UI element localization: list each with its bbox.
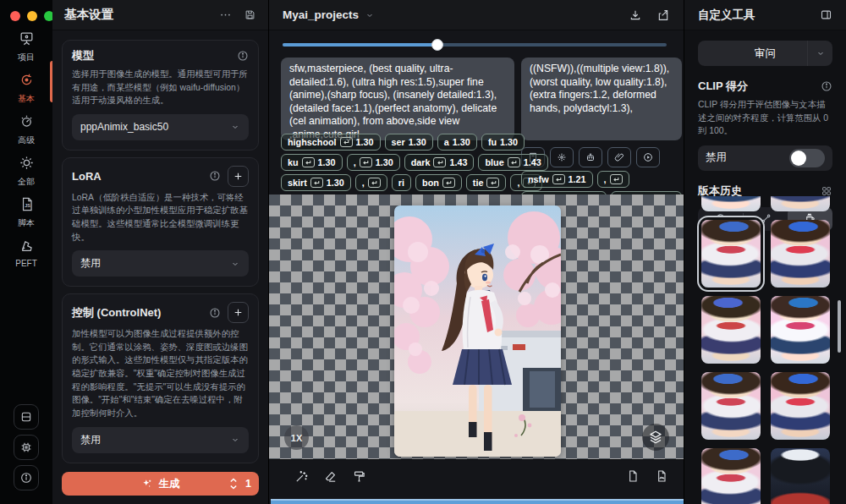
- history-thumbnail[interactable]: [771, 220, 830, 288]
- negative-prompt-input[interactable]: ((NSFW)),((multiple view:1.8)),(worst qu…: [521, 58, 682, 140]
- rail-item-scripts[interactable]: JS 脚本: [0, 193, 52, 234]
- layers-icon: [648, 430, 663, 445]
- sparkle-gear-button[interactable]: [550, 147, 574, 167]
- history-thumbnail[interactable]: [771, 196, 830, 211]
- image-canvas[interactable]: 1X: [269, 194, 684, 459]
- prompt-tag[interactable]: fu1.30: [481, 134, 525, 151]
- chevron-down-icon: [230, 259, 240, 269]
- storage-icon: [19, 410, 33, 424]
- rail-item-basic[interactable]: 基本: [0, 68, 52, 110]
- share-icon[interactable]: [656, 8, 670, 22]
- clip-toggle-row: 禁用: [698, 145, 832, 171]
- custom-tools-panel: 自定义工具 审问 CLIP 得分 CLIP 得分用于评估图像与文本描述之间的对齐…: [684, 0, 846, 504]
- prompt-tag[interactable]: highschool1.30: [281, 134, 381, 151]
- prompt-tag[interactable]: ri: [392, 174, 411, 191]
- prompt-tag[interactable]: ,: [355, 174, 387, 191]
- projector-icon: [0, 30, 52, 47]
- slider-knob[interactable]: [431, 39, 443, 51]
- add-controlnet-button[interactable]: [228, 302, 249, 323]
- rail-item-advanced[interactable]: 高级: [0, 110, 52, 151]
- zoom-level-badge[interactable]: 1X: [284, 425, 309, 450]
- prompt-tag[interactable]: nsfw1.21: [521, 171, 593, 188]
- save-icon[interactable]: [244, 8, 256, 21]
- prompt-tag[interactable]: ,: [597, 171, 629, 188]
- generated-image[interactable]: [394, 205, 561, 457]
- model-title: 模型: [72, 48, 94, 63]
- history-thumbnail[interactable]: [701, 448, 761, 504]
- lora-select[interactable]: 禁用: [72, 250, 249, 277]
- batch-stepper[interactable]: 1: [229, 472, 251, 496]
- boot-icon: [0, 237, 52, 254]
- prompt-tag[interactable]: multiple1.98: [521, 191, 607, 194]
- model-select-value: pppAnimix_basic50: [80, 121, 168, 133]
- lora-select-value: 禁用: [80, 256, 101, 271]
- eraser-icon[interactable]: [323, 469, 338, 484]
- history-thumbnail[interactable]: [701, 296, 761, 364]
- prompt-tag[interactable]: blue1.43: [478, 154, 547, 171]
- version-history-list[interactable]: [684, 196, 846, 504]
- js-file-icon: JS: [0, 195, 52, 212]
- chevron-down-icon[interactable]: [807, 41, 832, 66]
- info-icon[interactable]: [209, 170, 221, 182]
- prompt-tag[interactable]: ser1.30: [385, 134, 433, 151]
- prompt-tag[interactable]: ku1.30: [281, 154, 343, 171]
- more-options-icon[interactable]: [219, 8, 232, 21]
- scrollbar[interactable]: [838, 300, 841, 353]
- info-icon[interactable]: [821, 80, 832, 92]
- rail-item-projects[interactable]: 项目: [0, 27, 52, 68]
- generate-button[interactable]: 生成 1: [62, 472, 259, 496]
- close-window-button[interactable]: [10, 11, 20, 21]
- download-icon[interactable]: [629, 8, 642, 22]
- chevron-down-icon[interactable]: [365, 10, 375, 20]
- target-icon: [0, 71, 52, 88]
- paint-roller-icon[interactable]: [352, 469, 366, 484]
- rail-item-all[interactable]: 全部: [0, 151, 52, 193]
- document-icon[interactable]: [626, 469, 640, 483]
- rail-item-peft[interactable]: PEFT: [0, 234, 52, 276]
- prompt-tag[interactable]: tie: [466, 174, 507, 191]
- strength-slider[interactable]: [283, 39, 670, 51]
- enter-key-icon: [368, 178, 381, 188]
- history-thumbnail[interactable]: [771, 372, 830, 440]
- settings-panel: 基本设置 模型 选择用于图像生成的模型。通用模型可用于所有用途，而某些模型（例如…: [52, 0, 269, 504]
- magic-wand-icon[interactable]: [294, 469, 309, 484]
- history-thumbnail[interactable]: [701, 196, 761, 211]
- prompt-tag[interactable]: ,1.30: [347, 154, 400, 171]
- prompt-tag[interactable]: bon: [415, 174, 462, 191]
- model-select[interactable]: pppAnimix_basic50: [72, 114, 249, 140]
- prompt-tag[interactable]: skirt1.30: [281, 174, 351, 191]
- enter-key-icon: [340, 137, 353, 147]
- app-window: 项目 基本 高级 全部 JS 脚本 PEFT: [0, 0, 846, 504]
- prompt-tag[interactable]: view1.98: [611, 191, 681, 194]
- interrogate-button[interactable]: 审问: [698, 41, 832, 66]
- slider-fill: [283, 43, 437, 47]
- chip-button[interactable]: [14, 435, 39, 460]
- history-thumbnail[interactable]: [771, 448, 830, 504]
- minimize-window-button[interactable]: [27, 11, 37, 21]
- clip-toggle[interactable]: [789, 149, 825, 167]
- prompt-tag[interactable]: a1.30: [437, 134, 477, 151]
- history-thumbnail[interactable]: [771, 296, 830, 364]
- history-thumbnail[interactable]: [701, 372, 761, 440]
- panel-layout-icon[interactable]: [820, 8, 832, 21]
- history-thumbnail-selected[interactable]: [701, 220, 761, 288]
- info-icon[interactable]: [237, 50, 249, 62]
- dial-icon: [0, 112, 52, 129]
- bot-icon: [585, 151, 596, 163]
- storage-button[interactable]: [14, 404, 39, 430]
- image-document-icon[interactable]: [655, 469, 668, 483]
- play-circle-icon: [642, 151, 654, 163]
- info-button[interactable]: [14, 465, 39, 490]
- info-icon[interactable]: [209, 307, 221, 319]
- paperclip-button[interactable]: [607, 147, 631, 167]
- grid-icon[interactable]: [821, 185, 832, 197]
- settings-title: 基本设置: [64, 7, 113, 23]
- controlnet-select[interactable]: 禁用: [72, 427, 249, 453]
- project-title[interactable]: Myai_projects: [283, 8, 359, 21]
- bot-button[interactable]: [579, 147, 602, 167]
- add-lora-button[interactable]: [228, 166, 249, 187]
- prompt-tag[interactable]: dark1.43: [404, 154, 475, 171]
- play-circle-button[interactable]: [636, 147, 660, 167]
- layers-button[interactable]: [642, 424, 669, 451]
- positive-prompt-input[interactable]: sfw,masterpiece, (best quality, ultra-de…: [281, 58, 514, 140]
